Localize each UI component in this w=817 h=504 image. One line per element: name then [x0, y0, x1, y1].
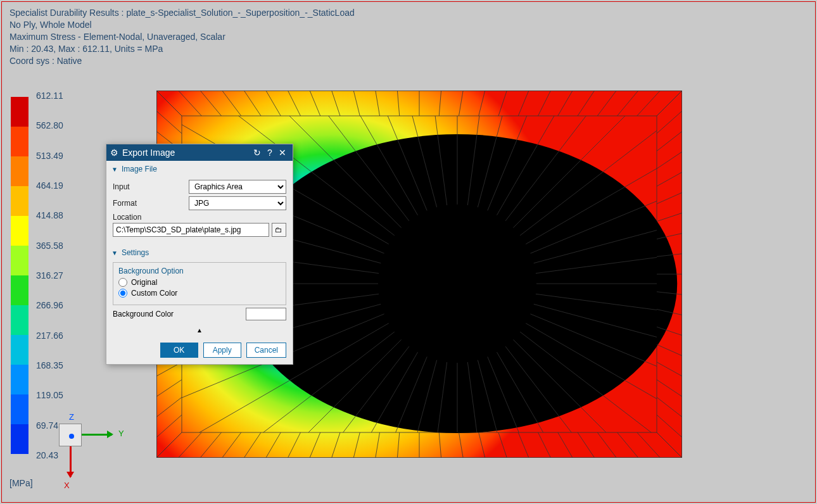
svg-line-114: [657, 131, 682, 151]
legend-segment: [11, 275, 28, 305]
svg-line-78: [353, 432, 360, 458]
svg-line-81: [397, 91, 399, 116]
location-input[interactable]: [113, 223, 269, 237]
legend-segment: [11, 156, 28, 186]
svg-line-96: [538, 432, 551, 458]
legend-value: 365.58: [36, 241, 63, 251]
legend-value: 168.35: [36, 360, 63, 370]
svg-line-75: [332, 91, 340, 116]
svg-line-68: [244, 432, 261, 458]
svg-line-86: [439, 432, 441, 458]
legend-value: 513.49: [36, 151, 63, 161]
section-image-file[interactable]: ▼ Image File: [106, 161, 293, 176]
legend-segment: [11, 365, 28, 394]
section-image-file-label: Image File: [122, 165, 157, 173]
background-option-title: Background Option: [118, 267, 281, 275]
export-image-dialog: ⚙ Export Image ↻ ? ✕ ▼ Image File Input …: [106, 144, 293, 365]
view-triad[interactable]: Z Y X: [59, 424, 116, 481]
svg-line-91: [498, 91, 507, 116]
header-line-1: Specialist Durability Results : plate_s-…: [10, 7, 355, 19]
svg-line-110: [657, 91, 682, 116]
dialog-titlebar[interactable]: ⚙ Export Image ↻ ? ✕: [106, 144, 293, 161]
svg-line-64: [200, 432, 221, 458]
legend-segment: [11, 246, 28, 275]
input-select[interactable]: Graphics Area: [189, 180, 286, 194]
gear-icon: ⚙: [110, 148, 118, 158]
chevron-down-icon: ▼: [111, 249, 118, 256]
header-line-4: Min : 20.43, Max : 612.11, Units = MPa: [10, 43, 355, 55]
svg-line-73: [310, 91, 320, 116]
svg-line-72: [288, 432, 301, 458]
svg-line-118: [657, 172, 682, 186]
radio-original-label: Original: [131, 278, 157, 287]
svg-line-141: [156, 397, 182, 417]
svg-line-97: [558, 91, 573, 116]
svg-line-85: [439, 91, 441, 116]
svg-line-145: [156, 432, 182, 458]
help-icon[interactable]: ?: [263, 148, 276, 158]
apply-button[interactable]: Apply: [203, 343, 241, 358]
section-settings[interactable]: ▼ Settings: [106, 244, 293, 260]
svg-line-142: [657, 397, 682, 417]
svg-line-88: [459, 432, 464, 458]
header-line-3: Maximum Stress - Element-Nodal, Unaverag…: [10, 31, 355, 43]
legend-value: 316.27: [36, 270, 63, 280]
chevron-down-icon: ▼: [111, 166, 118, 173]
svg-line-76: [332, 432, 340, 458]
legend-segment: [11, 186, 28, 216]
browse-button[interactable]: 🗀: [272, 223, 287, 237]
svg-line-77: [353, 91, 360, 116]
collapse-handle[interactable]: ▲: [106, 325, 293, 337]
ok-button[interactable]: OK: [160, 343, 198, 358]
svg-line-116: [657, 152, 682, 169]
svg-line-138: [657, 362, 682, 376]
svg-line-120: [657, 192, 682, 204]
svg-line-112: [657, 111, 682, 134]
svg-line-63: [200, 91, 221, 116]
header-line-5: Coord sys : Native: [10, 55, 355, 67]
svg-line-105: [637, 91, 661, 116]
legend-value: 414.88: [36, 210, 63, 220]
reset-icon[interactable]: ↻: [251, 148, 263, 158]
legend-segment: [11, 127, 28, 156]
svg-line-95: [538, 91, 551, 116]
section-settings-label: Settings: [122, 248, 149, 257]
legend-segment: [11, 305, 28, 335]
triad-y-arrow-icon: [82, 434, 112, 436]
svg-line-89: [479, 91, 485, 116]
svg-line-61: [179, 91, 202, 116]
svg-line-71: [288, 91, 301, 116]
svg-line-109: [156, 91, 182, 116]
legend-segment: [11, 424, 28, 454]
triad-z-label: Z: [69, 412, 74, 422]
svg-line-136: [657, 344, 682, 356]
folder-icon: 🗀: [275, 225, 282, 234]
svg-line-80: [376, 432, 380, 458]
svg-line-111: [156, 111, 182, 134]
svg-line-87: [459, 91, 464, 116]
svg-line-146: [657, 432, 682, 458]
radio-custom-color[interactable]: [118, 289, 127, 298]
svg-line-102: [597, 432, 616, 458]
close-icon[interactable]: ✕: [276, 148, 289, 158]
background-color-label: Background Color: [113, 310, 246, 318]
svg-line-70: [266, 432, 281, 458]
svg-line-90: [479, 432, 485, 458]
svg-line-92: [498, 432, 507, 458]
triad-box[interactable]: [59, 424, 82, 446]
svg-line-143: [156, 415, 182, 438]
triad-x-arrow-icon: [70, 446, 72, 477]
legend-value: 562.80: [36, 120, 63, 130]
radio-original[interactable]: [118, 278, 127, 287]
svg-line-101: [597, 91, 616, 116]
background-color-swatch[interactable]: [246, 308, 286, 320]
cancel-button[interactable]: Cancel: [246, 343, 286, 358]
format-label: Format: [113, 199, 189, 208]
background-option-group: Background Option Original Custom Color: [113, 262, 286, 305]
triad-y-label: Y: [118, 429, 124, 438]
format-select[interactable]: JPG: [189, 196, 286, 210]
svg-line-79: [376, 91, 380, 116]
legend-value: 119.05: [36, 390, 63, 400]
legend-segment: [11, 335, 28, 365]
legend-value: 266.96: [36, 300, 63, 310]
